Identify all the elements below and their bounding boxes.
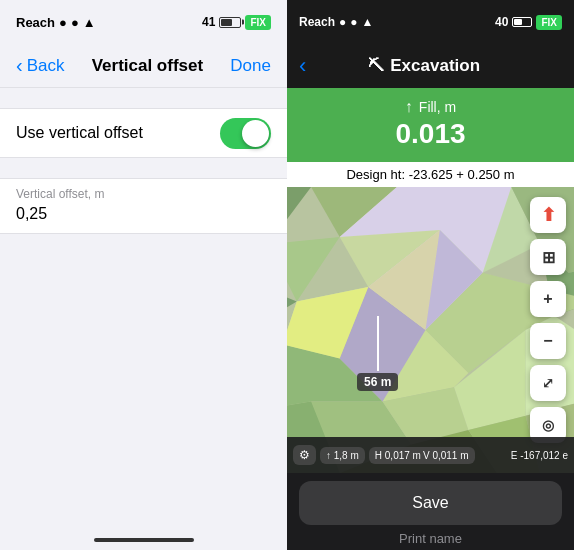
fill-value: 0.013 (303, 118, 558, 150)
right-panel: Reach ● ● ▲ 40 FIX ‹ ⛏ Excavation ↑ Fill… (287, 0, 574, 550)
layers-button[interactable]: ⊞ (530, 239, 566, 275)
wifi-icon-left: ▲ (83, 15, 96, 30)
left-content: Use vertical offset Vertical offset, m 0… (0, 88, 287, 530)
h-value-toolbar-btn[interactable]: H 0,017 m V 0,011 m (369, 447, 475, 464)
reach-label-right: Reach (299, 15, 335, 29)
back-button[interactable]: ‹ Back (16, 54, 64, 77)
expand-button[interactable]: ⤢ (530, 365, 566, 401)
home-bar-left (94, 538, 194, 542)
compass-icon: ⬆ (541, 204, 556, 226)
reach-label-left: Reach (16, 15, 55, 30)
zoom-in-button[interactable]: + (530, 281, 566, 317)
height-toolbar-btn[interactable]: ↑ 1,8 m (320, 447, 365, 464)
map-controls: ⬆ ⊞ + − ⤢ ◎ (530, 197, 566, 443)
battery-fill-left (221, 19, 232, 26)
signal-dot1-left: ● (59, 15, 67, 30)
compass-button[interactable]: ⬆ (530, 197, 566, 233)
minus-icon: − (543, 332, 552, 350)
signal1-right: ● (339, 15, 346, 29)
left-panel: Reach ● ● ▲ 41 FIX ‹ Back Vertical offse… (0, 0, 287, 550)
fix-badge-right: FIX (536, 15, 562, 30)
signal-dot2-left: ● (71, 15, 79, 30)
settings-icon: ⚙ (299, 448, 310, 462)
status-bar-left: Reach ● ● ▲ 41 FIX (0, 0, 287, 44)
input-sublabel: Vertical offset, m (16, 187, 271, 201)
expand-icon: ⤢ (542, 375, 554, 391)
toggle-knob (242, 120, 269, 147)
design-ht-text: Design ht: -23.625 + 0.250 m (346, 167, 514, 182)
time-left: 41 (202, 15, 215, 29)
nav-title-right-container: ⛏ Excavation (368, 56, 480, 76)
vertical-offset-toggle[interactable] (220, 118, 271, 149)
distance-label: 56 m (357, 316, 398, 393)
status-right-right: 40 FIX (495, 15, 562, 30)
input-value[interactable]: 0,25 (16, 205, 271, 223)
zoom-out-button[interactable]: − (530, 323, 566, 359)
battery-left (219, 17, 241, 28)
nav-bar-left: ‹ Back Vertical offset Done (0, 44, 287, 88)
back-label: Back (27, 56, 65, 76)
home-indicator-left (0, 530, 287, 550)
fill-label-row: ↑ Fill, m (303, 98, 558, 116)
save-area: Save (287, 473, 574, 531)
status-left-left: Reach ● ● ▲ (16, 15, 96, 30)
distance-badge: 56 m (357, 373, 398, 391)
wifi-right: ▲ (362, 15, 374, 29)
v-value-text: V 0,011 m (423, 450, 469, 461)
settings-toolbar-btn[interactable]: ⚙ (293, 445, 316, 465)
excavation-icon: ⛏ (368, 57, 384, 75)
battery-fill-right (514, 19, 522, 25)
e-value-text: E -167,012 e (511, 450, 568, 461)
bottom-toolbar: ⚙ ↑ 1,8 m H 0,017 m V 0,011 m E -167,012… (287, 437, 574, 473)
nav-title-left: Vertical offset (92, 56, 204, 76)
save-button[interactable]: Save (299, 481, 562, 525)
battery-right (512, 17, 532, 27)
time-right: 40 (495, 15, 508, 29)
plus-icon: + (543, 290, 552, 308)
vertical-offset-input-section[interactable]: Vertical offset, m 0,25 (0, 178, 287, 234)
done-button[interactable]: Done (230, 56, 271, 76)
height-value: ↑ 1,8 m (326, 450, 359, 461)
print-area: Print name (287, 531, 574, 550)
status-bar-right: Reach ● ● ▲ 40 FIX (287, 0, 574, 44)
h-value-text: H 0,017 m (375, 450, 421, 461)
fix-badge-left: FIX (245, 15, 271, 30)
status-right-left: Reach ● ● ▲ (299, 15, 373, 29)
fill-indicator: ↑ Fill, m 0.013 (287, 88, 574, 162)
chevron-left-icon: ‹ (16, 54, 23, 77)
up-arrow-icon: ↑ (405, 98, 413, 116)
map-area[interactable]: 56 m ⬆ ⊞ + − ⤢ ◎ ⚙ (287, 187, 574, 473)
nav-bar-right: ‹ ⛏ Excavation (287, 44, 574, 88)
design-ht-bar: Design ht: -23.625 + 0.250 m (287, 162, 574, 187)
nav-title-text-right: Excavation (390, 56, 480, 76)
fill-text-label: Fill, m (419, 99, 456, 115)
vertical-offset-toggle-row: Use vertical offset (0, 108, 287, 158)
signal2-right: ● (350, 15, 357, 29)
print-label[interactable]: Print name (299, 531, 562, 546)
toggle-label: Use vertical offset (16, 124, 143, 142)
status-right-left: 41 FIX (202, 15, 271, 30)
distance-line (377, 316, 379, 371)
location-icon: ◎ (542, 417, 554, 433)
back-button-right[interactable]: ‹ (299, 53, 306, 79)
layers-icon: ⊞ (542, 248, 555, 267)
